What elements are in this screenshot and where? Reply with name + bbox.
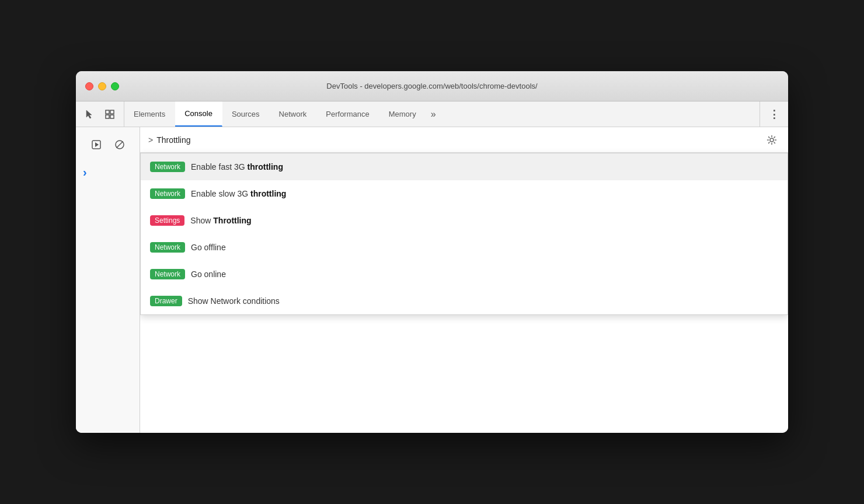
autocomplete-item-slow-3g[interactable]: Network Enable slow 3G throttling <box>141 180 788 207</box>
autocomplete-label-1: Enable fast 3G throttling <box>191 162 283 172</box>
console-input-bar: > Throttling <box>140 127 788 153</box>
tab-items: Elements Console Sources Network Perform… <box>124 102 760 127</box>
play-button[interactable] <box>87 135 106 154</box>
window-title: DevTools - developers.google.com/web/too… <box>326 82 537 90</box>
inspect-icon-button[interactable] <box>102 106 118 123</box>
tabbar-left-icons <box>76 102 124 127</box>
inspect-icon <box>104 109 115 120</box>
settings-gear-icon <box>767 135 777 145</box>
devtools-panel: Elements Console Sources Network Perform… <box>76 102 788 433</box>
tab-performance[interactable]: Performance <box>316 102 379 127</box>
badge-network-2: Network <box>150 188 185 199</box>
console-prompt: > <box>148 135 153 145</box>
tab-bar: Elements Console Sources Network Perform… <box>76 102 788 127</box>
more-options-button[interactable]: ⋮ <box>766 106 782 123</box>
autocomplete-item-network-conditions[interactable]: Drawer Show Network conditions <box>141 288 788 314</box>
settings-button[interactable] <box>764 132 780 148</box>
main-area: › > Throttling <box>76 127 788 433</box>
tab-more-button[interactable]: » <box>426 102 441 127</box>
minimize-button[interactable] <box>98 82 106 90</box>
no-icon <box>114 139 125 150</box>
cursor-icon <box>85 109 95 120</box>
tab-elements[interactable]: Elements <box>124 102 175 127</box>
autocomplete-item-show-throttling[interactable]: Settings Show Throttling <box>141 207 788 234</box>
sidebar: › <box>76 127 140 433</box>
traffic-lights <box>85 82 119 90</box>
svg-rect-1 <box>110 110 114 114</box>
play-icon <box>91 139 102 150</box>
badge-settings-1: Settings <box>150 215 184 226</box>
content-area: > Throttling Network Enable fast 3G th <box>140 127 788 433</box>
cursor-icon-button[interactable] <box>82 106 98 123</box>
badge-drawer-1: Drawer <box>150 296 182 306</box>
tab-network[interactable]: Network <box>270 102 317 127</box>
svg-marker-5 <box>95 142 99 147</box>
sidebar-chevron[interactable]: › <box>76 162 140 183</box>
autocomplete-label-3: Show Throttling <box>190 216 251 225</box>
svg-line-7 <box>116 142 123 148</box>
console-input[interactable]: Throttling <box>156 135 764 145</box>
autocomplete-label-4: Go offline <box>191 243 226 252</box>
autocomplete-dropdown: Network Enable fast 3G throttling Networ… <box>140 153 788 315</box>
svg-rect-2 <box>106 115 109 118</box>
tab-memory[interactable]: Memory <box>379 102 426 127</box>
badge-network-4: Network <box>150 269 185 279</box>
svg-rect-3 <box>110 115 114 118</box>
sidebar-top-icons <box>85 133 131 156</box>
autocomplete-label-5: Go online <box>191 270 226 279</box>
autocomplete-item-go-offline[interactable]: Network Go offline <box>141 234 788 261</box>
svg-rect-0 <box>106 110 109 114</box>
tab-sources[interactable]: Sources <box>222 102 270 127</box>
autocomplete-item-go-online[interactable]: Network Go online <box>141 261 788 288</box>
autocomplete-item-fast-3g[interactable]: Network Enable fast 3G throttling <box>141 153 788 180</box>
badge-network-3: Network <box>150 242 185 253</box>
tab-console[interactable]: Console <box>175 102 222 127</box>
no-button[interactable] <box>110 135 129 154</box>
close-button[interactable] <box>85 82 93 90</box>
tabbar-right: ⋮ <box>760 102 788 127</box>
devtools-window: DevTools - developers.google.com/web/too… <box>76 71 788 433</box>
maximize-button[interactable] <box>111 82 119 90</box>
titlebar: DevTools - developers.google.com/web/too… <box>76 71 788 102</box>
autocomplete-label-6: Show Network conditions <box>188 296 280 306</box>
badge-network-1: Network <box>150 162 185 172</box>
autocomplete-label-2: Enable slow 3G throttling <box>191 189 286 198</box>
svg-point-8 <box>770 138 774 142</box>
